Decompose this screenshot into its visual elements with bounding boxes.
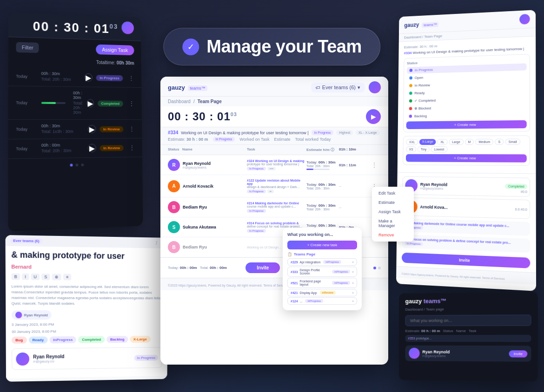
rp-actions xyxy=(519,14,530,25)
more-icon[interactable]: ⋮ xyxy=(372,162,381,168)
size-medium[interactable]: Medium xyxy=(475,139,493,145)
avatar xyxy=(15,312,22,318)
size-badge: Highest xyxy=(336,130,353,135)
status-option-completed[interactable]: ✓ Completed xyxy=(406,95,527,105)
gauzy-header: gauzy teams™ 🏷 Ever teams (6) ▾ xyxy=(160,77,388,97)
task-card: #324 Making darkmode for Online course m… xyxy=(402,219,531,236)
invite-button[interactable]: Invite xyxy=(509,350,527,357)
estimate-item[interactable]: Estimate xyxy=(374,198,412,207)
status-tags: Bug Ready InProgress Completed Backlog X… xyxy=(12,336,162,344)
play-button[interactable]: ▶ xyxy=(84,73,93,82)
timer-play-btn[interactable]: ▶ xyxy=(366,109,381,124)
filter-button[interactable]: Filter xyxy=(16,42,39,53)
close-icon[interactable]: × xyxy=(352,291,354,294)
underline-button[interactable]: U xyxy=(31,274,40,280)
assign-task-button[interactable]: Assign Task xyxy=(96,45,134,56)
size-s[interactable]: S xyxy=(495,139,504,145)
list-button[interactable]: ≡ xyxy=(63,274,71,280)
status-tag-inprogress: InProgress xyxy=(49,336,76,343)
action-buttons: In Progress xyxy=(134,354,158,360)
badge-title: Manage your Team xyxy=(206,37,361,57)
size-lowest[interactable]: Lowest xyxy=(431,146,447,152)
assign-task-item[interactable]: Assign Task xyxy=(374,207,412,216)
task-header-bar: #334 Working on UI Design & making proto… xyxy=(160,127,388,145)
estimate-cell: -- xyxy=(339,184,372,188)
working-on-input[interactable] xyxy=(405,314,531,326)
avatar xyxy=(16,353,29,366)
status-pill: In Progress xyxy=(247,209,266,213)
bl-body-text: Lorem ipsum dolor sit amet, consectetur … xyxy=(11,284,163,307)
edit-task-item[interactable]: Edit Task xyxy=(374,189,412,198)
size-badge-xl: XL - X-Large xyxy=(356,130,379,135)
member-info: A Arnold Kovacik xyxy=(168,180,247,192)
size-large[interactable]: Large xyxy=(449,139,463,145)
center-main-panel: gauzy teams™ 🏷 Ever teams (6) ▾ Dashboar… xyxy=(160,77,388,365)
member-name: Bediam Ryu xyxy=(183,245,207,249)
play-button[interactable]: ▶ xyxy=(88,125,96,133)
play-button[interactable]: ▶ xyxy=(86,99,94,107)
invite-button[interactable]: Invite xyxy=(402,253,530,268)
status-option-backlog[interactable]: Backlog xyxy=(406,111,527,120)
more-icon[interactable]: ⋮ xyxy=(129,125,135,133)
task-chip-521[interactable]: #521 Frontend page layout inProgress × xyxy=(287,278,357,288)
gauzy-logo: gauzy teams™ xyxy=(168,83,207,91)
close-icon[interactable]: × xyxy=(352,261,354,264)
size-xs[interactable]: XS xyxy=(406,146,416,152)
timer-header: 00 : 30 : 0103 xyxy=(8,13,141,41)
task-chip-124[interactable]: #124 ... inProgress × xyxy=(287,297,357,305)
task-chip-421[interactable]: #421 Display App inReview × xyxy=(287,289,357,296)
size-xl[interactable]: XL xyxy=(437,139,447,145)
more-icon[interactable]: ⋮ xyxy=(128,100,134,107)
close-icon[interactable]: × xyxy=(352,300,354,303)
date-row: 3 January 2023, 8:00 PM xyxy=(12,322,162,327)
bl-members: Ryan Reynold xyxy=(12,310,163,320)
team-selector[interactable]: 🏷 Ever teams (6) ▾ xyxy=(311,83,365,92)
play-button[interactable]: ▶ xyxy=(88,144,96,152)
status-tag-bug: Bug xyxy=(12,337,27,344)
close-icon[interactable]: × xyxy=(352,270,354,274)
timer-avatar xyxy=(121,21,134,34)
size-xxl[interactable]: XXL xyxy=(406,139,418,145)
size-tiny[interactable]: Tiny xyxy=(418,146,430,152)
rp-members: Ryan Reynold rr@gauzy.teams Completed #0… xyxy=(396,173,536,273)
strikethrough-button[interactable]: S xyxy=(41,274,50,280)
bl-header: Ever teams (6) ⤴ ⚙ xyxy=(6,235,169,248)
share-icon[interactable]: ⤴ xyxy=(155,241,158,245)
remove-item[interactable]: Remove xyxy=(374,230,412,240)
popup-title: What you working on... xyxy=(287,232,357,237)
italic-button[interactable]: I xyxy=(22,274,29,280)
rbd-member-card: Ryan Reynold rr@gauzy.teams Invite xyxy=(405,346,531,362)
team-selector[interactable]: Ever teams (6) xyxy=(10,238,42,243)
size-m[interactable]: M xyxy=(465,139,474,145)
bold-button[interactable]: B xyxy=(11,273,20,280)
member-row-bediam: B Bediam Ryu #214 Making darkmode for On… xyxy=(160,197,388,217)
task-row: Today 00h : 00mTotal: 20h : 30m ▶ In Rev… xyxy=(8,138,142,159)
context-menu: Edit Task Estimate Assign Task Make a Ma… xyxy=(372,187,414,242)
task-title-row: #334 Working on UI Design & making proto… xyxy=(168,130,381,135)
timer-display: 00 : 30 : 0103 xyxy=(33,19,119,37)
make-manager-item[interactable]: Make a Manager xyxy=(374,216,412,230)
status-option-blocked[interactable]: ⊗ Blocked xyxy=(406,104,527,112)
task-chip-229[interactable]: #229 Api integration inProgress × xyxy=(287,258,357,266)
more-icon[interactable]: ⋮ xyxy=(128,74,134,82)
avatar: A xyxy=(168,180,180,192)
task-row: Today 00h : 30mTotal: 1x3h : 30m ▶ In Re… xyxy=(8,120,142,139)
avatar: S xyxy=(168,221,180,233)
task-chip-333[interactable]: #333 Design Profile Screen inProgress × xyxy=(287,267,357,277)
working-on-popup: What you working on... + Create new task… xyxy=(283,228,362,310)
status-pill: In Progress xyxy=(96,75,123,81)
time-totals: Today: 00h : 00m Total: 00h : 00m xyxy=(168,266,227,270)
create-task-btn[interactable]: + Create new task xyxy=(287,241,357,249)
timer-panel-left: 00 : 30 : 0103 Filter Assign Task Totalt… xyxy=(8,13,143,232)
create-new-btn[interactable]: + Create new xyxy=(406,120,527,129)
close-icon[interactable]: × xyxy=(352,281,354,285)
size-small[interactable]: Small xyxy=(505,139,520,145)
check-icon: ✓ xyxy=(182,39,199,55)
status-dropdown: Status In Progress Open In Review Ready xyxy=(403,54,530,132)
create-size-btn[interactable]: + Create new xyxy=(406,154,527,163)
size-xlarge[interactable]: X-Large xyxy=(419,139,436,145)
more-icon[interactable]: ⋮ xyxy=(129,144,135,151)
avatar xyxy=(519,14,530,25)
insert-button[interactable]: ⊕ xyxy=(52,274,61,280)
invite-button[interactable]: Invite xyxy=(245,262,280,273)
